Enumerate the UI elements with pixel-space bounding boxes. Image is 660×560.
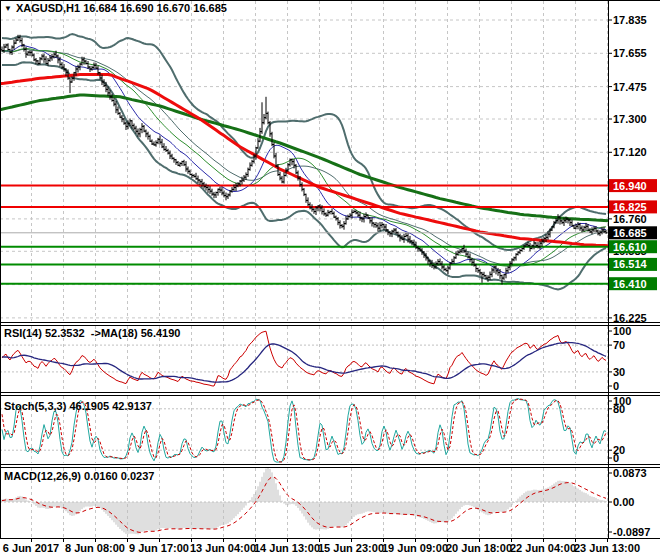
indicator-tick-label: 100: [613, 325, 631, 337]
price-tag-16.514-text: 16.514: [613, 258, 648, 270]
time-tick-label: 6 Jun 2017: [3, 542, 59, 554]
indicator-tick-label: 0.00: [613, 496, 634, 508]
time-tick-label: 8 Jun 08:00: [65, 542, 125, 554]
price-tag-16.825-text: 16.825: [613, 201, 647, 213]
indicator-tick-label: 70: [613, 339, 625, 351]
price-tick-label: 17.300: [613, 113, 647, 125]
time-tick-label: 13 Jun 04:00: [190, 542, 256, 554]
indicator-tick-label: -0.0897: [613, 526, 650, 538]
indicator-tick-label: 0: [613, 452, 619, 464]
price-tick-label: 16.760: [613, 213, 647, 225]
rsi-plot: [2, 331, 606, 386]
indicator-tick-label: 80: [613, 403, 625, 415]
symbol-title: ▼XAGUSD,H1 16.684 16.690 16.670 16.685: [4, 2, 227, 14]
indicator-tick-label: 30: [613, 366, 625, 378]
time-tick-label: 14 Jun 13:00: [254, 542, 320, 554]
price-tag-16.610-text: 16.610: [613, 241, 647, 253]
price-tick-label: 17.835: [613, 14, 647, 26]
price-tag-16.410-text: 16.410: [613, 278, 647, 290]
indicator-tick-label: 0: [613, 380, 619, 392]
rsi-indicator-label: RSI(14) 52.3532 ->MA(18) 56.4190: [4, 327, 180, 339]
price-tick-label: 16.225: [613, 312, 647, 324]
time-tick-label: 22 Jun 04:00: [510, 542, 576, 554]
price-tick-label: 17.655: [613, 47, 647, 59]
time-tick-label: 19 Jun 09:00: [382, 542, 448, 554]
time-tick-label: 9 Jun 17:00: [129, 542, 189, 554]
price-tags[interactable]: 16.94016.82516.61016.51416.41016.685: [609, 179, 657, 290]
time-tick-label: 15 Jun 23:00: [318, 542, 384, 554]
price-tag-16.940-text: 16.940: [613, 180, 647, 192]
price-axis[interactable]: 17.83517.65517.47517.30017.12016.94016.7…: [608, 14, 650, 538]
price-tick-label: 17.120: [613, 146, 647, 158]
current-price-tag-text: 16.685: [613, 227, 647, 239]
indicator-tick-label: 0.0873: [613, 467, 647, 479]
time-tick-label: 20 Jun 18:00: [446, 542, 512, 554]
time-axis[interactable]: 6 Jun 20178 Jun 08:009 Jun 17:0013 Jun 0…: [3, 538, 640, 554]
stoch-indicator-label: Stoch(5,3,3) 46.1905 42.9137: [4, 400, 152, 412]
chart-window: 17.83517.65517.47517.30017.12016.94016.7…: [0, 0, 660, 560]
symbol-title-text: XAGUSD,H1 16.684 16.690 16.670 16.685: [16, 2, 227, 14]
macd-indicator-label: MACD(12,26,9) 0.0160 0.0237: [4, 470, 154, 482]
time-tick-label: 23 Jun 13:00: [574, 542, 640, 554]
symbol-dropdown-icon[interactable]: ▼: [4, 4, 12, 13]
price-tick-label: 17.475: [613, 81, 647, 93]
